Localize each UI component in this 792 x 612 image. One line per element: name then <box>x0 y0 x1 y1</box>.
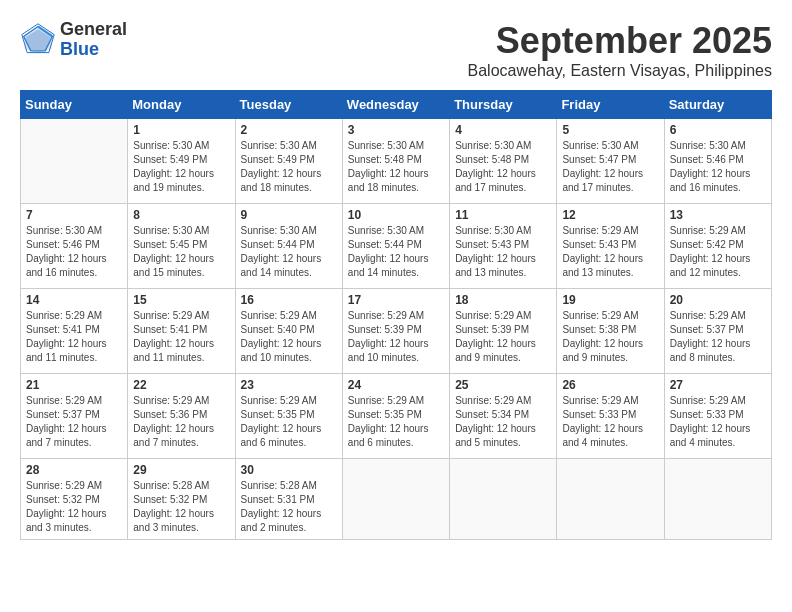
calendar-cell-w3d4: 25Sunrise: 5:29 AM Sunset: 5:34 PM Dayli… <box>450 374 557 459</box>
day-info: Sunrise: 5:29 AM Sunset: 5:32 PM Dayligh… <box>26 479 122 535</box>
calendar-cell-w0d1: 1Sunrise: 5:30 AM Sunset: 5:49 PM Daylig… <box>128 119 235 204</box>
logo-blue-text: Blue <box>60 40 127 60</box>
calendar-cell-w0d0 <box>21 119 128 204</box>
day-number: 8 <box>133 208 229 222</box>
day-info: Sunrise: 5:30 AM Sunset: 5:48 PM Dayligh… <box>455 139 551 195</box>
day-number: 13 <box>670 208 766 222</box>
day-number: 12 <box>562 208 658 222</box>
day-number: 7 <box>26 208 122 222</box>
column-header-sunday: Sunday <box>21 91 128 119</box>
calendar-cell-w2d1: 15Sunrise: 5:29 AM Sunset: 5:41 PM Dayli… <box>128 289 235 374</box>
day-info: Sunrise: 5:29 AM Sunset: 5:43 PM Dayligh… <box>562 224 658 280</box>
calendar-cell-w4d3 <box>342 459 449 540</box>
logo-icon <box>20 22 56 58</box>
month-title: September 2025 <box>468 20 772 62</box>
calendar-cell-w4d2: 30Sunrise: 5:28 AM Sunset: 5:31 PM Dayli… <box>235 459 342 540</box>
week-row-5: 28Sunrise: 5:29 AM Sunset: 5:32 PM Dayli… <box>21 459 772 540</box>
calendar-cell-w1d0: 7Sunrise: 5:30 AM Sunset: 5:46 PM Daylig… <box>21 204 128 289</box>
calendar-cell-w2d6: 20Sunrise: 5:29 AM Sunset: 5:37 PM Dayli… <box>664 289 771 374</box>
day-info: Sunrise: 5:29 AM Sunset: 5:33 PM Dayligh… <box>562 394 658 450</box>
day-info: Sunrise: 5:29 AM Sunset: 5:40 PM Dayligh… <box>241 309 337 365</box>
day-info: Sunrise: 5:28 AM Sunset: 5:32 PM Dayligh… <box>133 479 229 535</box>
day-number: 15 <box>133 293 229 307</box>
day-info: Sunrise: 5:30 AM Sunset: 5:44 PM Dayligh… <box>348 224 444 280</box>
calendar-cell-w2d5: 19Sunrise: 5:29 AM Sunset: 5:38 PM Dayli… <box>557 289 664 374</box>
day-info: Sunrise: 5:29 AM Sunset: 5:39 PM Dayligh… <box>348 309 444 365</box>
calendar-cell-w3d3: 24Sunrise: 5:29 AM Sunset: 5:35 PM Dayli… <box>342 374 449 459</box>
day-number: 20 <box>670 293 766 307</box>
day-number: 17 <box>348 293 444 307</box>
day-number: 5 <box>562 123 658 137</box>
day-number: 26 <box>562 378 658 392</box>
day-info: Sunrise: 5:29 AM Sunset: 5:39 PM Dayligh… <box>455 309 551 365</box>
day-number: 27 <box>670 378 766 392</box>
day-number: 2 <box>241 123 337 137</box>
logo-text: General Blue <box>60 20 127 60</box>
calendar-header-row: SundayMondayTuesdayWednesdayThursdayFrid… <box>21 91 772 119</box>
day-number: 6 <box>670 123 766 137</box>
calendar-cell-w3d2: 23Sunrise: 5:29 AM Sunset: 5:35 PM Dayli… <box>235 374 342 459</box>
calendar-cell-w4d1: 29Sunrise: 5:28 AM Sunset: 5:32 PM Dayli… <box>128 459 235 540</box>
day-info: Sunrise: 5:30 AM Sunset: 5:49 PM Dayligh… <box>241 139 337 195</box>
calendar-cell-w2d2: 16Sunrise: 5:29 AM Sunset: 5:40 PM Dayli… <box>235 289 342 374</box>
day-number: 1 <box>133 123 229 137</box>
calendar-cell-w3d1: 22Sunrise: 5:29 AM Sunset: 5:36 PM Dayli… <box>128 374 235 459</box>
calendar-cell-w0d5: 5Sunrise: 5:30 AM Sunset: 5:47 PM Daylig… <box>557 119 664 204</box>
calendar-cell-w4d5 <box>557 459 664 540</box>
day-info: Sunrise: 5:29 AM Sunset: 5:41 PM Dayligh… <box>133 309 229 365</box>
day-info: Sunrise: 5:30 AM Sunset: 5:49 PM Dayligh… <box>133 139 229 195</box>
calendar-cell-w2d4: 18Sunrise: 5:29 AM Sunset: 5:39 PM Dayli… <box>450 289 557 374</box>
calendar-cell-w1d6: 13Sunrise: 5:29 AM Sunset: 5:42 PM Dayli… <box>664 204 771 289</box>
column-header-wednesday: Wednesday <box>342 91 449 119</box>
calendar-cell-w2d3: 17Sunrise: 5:29 AM Sunset: 5:39 PM Dayli… <box>342 289 449 374</box>
day-number: 18 <box>455 293 551 307</box>
column-header-friday: Friday <box>557 91 664 119</box>
day-info: Sunrise: 5:30 AM Sunset: 5:46 PM Dayligh… <box>26 224 122 280</box>
day-number: 25 <box>455 378 551 392</box>
week-row-1: 1Sunrise: 5:30 AM Sunset: 5:49 PM Daylig… <box>21 119 772 204</box>
day-info: Sunrise: 5:29 AM Sunset: 5:36 PM Dayligh… <box>133 394 229 450</box>
calendar-cell-w1d5: 12Sunrise: 5:29 AM Sunset: 5:43 PM Dayli… <box>557 204 664 289</box>
day-number: 29 <box>133 463 229 477</box>
day-info: Sunrise: 5:29 AM Sunset: 5:37 PM Dayligh… <box>26 394 122 450</box>
column-header-tuesday: Tuesday <box>235 91 342 119</box>
week-row-4: 21Sunrise: 5:29 AM Sunset: 5:37 PM Dayli… <box>21 374 772 459</box>
day-number: 21 <box>26 378 122 392</box>
day-number: 3 <box>348 123 444 137</box>
logo: General Blue <box>20 20 127 60</box>
column-header-monday: Monday <box>128 91 235 119</box>
day-number: 11 <box>455 208 551 222</box>
calendar-cell-w1d1: 8Sunrise: 5:30 AM Sunset: 5:45 PM Daylig… <box>128 204 235 289</box>
calendar-cell-w1d2: 9Sunrise: 5:30 AM Sunset: 5:44 PM Daylig… <box>235 204 342 289</box>
day-number: 16 <box>241 293 337 307</box>
calendar-cell-w2d0: 14Sunrise: 5:29 AM Sunset: 5:41 PM Dayli… <box>21 289 128 374</box>
calendar-cell-w3d6: 27Sunrise: 5:29 AM Sunset: 5:33 PM Dayli… <box>664 374 771 459</box>
calendar-cell-w4d6 <box>664 459 771 540</box>
day-info: Sunrise: 5:29 AM Sunset: 5:37 PM Dayligh… <box>670 309 766 365</box>
day-info: Sunrise: 5:29 AM Sunset: 5:33 PM Dayligh… <box>670 394 766 450</box>
location-title: Balocawehay, Eastern Visayas, Philippine… <box>468 62 772 80</box>
title-section: September 2025 Balocawehay, Eastern Visa… <box>468 20 772 80</box>
day-number: 14 <box>26 293 122 307</box>
calendar-cell-w4d4 <box>450 459 557 540</box>
day-number: 19 <box>562 293 658 307</box>
day-number: 9 <box>241 208 337 222</box>
logo-general-text: General <box>60 20 127 40</box>
calendar-cell-w3d5: 26Sunrise: 5:29 AM Sunset: 5:33 PM Dayli… <box>557 374 664 459</box>
day-number: 23 <box>241 378 337 392</box>
day-info: Sunrise: 5:29 AM Sunset: 5:35 PM Dayligh… <box>241 394 337 450</box>
day-info: Sunrise: 5:29 AM Sunset: 5:35 PM Dayligh… <box>348 394 444 450</box>
day-info: Sunrise: 5:29 AM Sunset: 5:42 PM Dayligh… <box>670 224 766 280</box>
day-info: Sunrise: 5:29 AM Sunset: 5:41 PM Dayligh… <box>26 309 122 365</box>
column-header-thursday: Thursday <box>450 91 557 119</box>
column-header-saturday: Saturday <box>664 91 771 119</box>
week-row-2: 7Sunrise: 5:30 AM Sunset: 5:46 PM Daylig… <box>21 204 772 289</box>
day-info: Sunrise: 5:28 AM Sunset: 5:31 PM Dayligh… <box>241 479 337 535</box>
day-info: Sunrise: 5:30 AM Sunset: 5:48 PM Dayligh… <box>348 139 444 195</box>
calendar-table: SundayMondayTuesdayWednesdayThursdayFrid… <box>20 90 772 540</box>
day-info: Sunrise: 5:30 AM Sunset: 5:47 PM Dayligh… <box>562 139 658 195</box>
day-info: Sunrise: 5:30 AM Sunset: 5:44 PM Dayligh… <box>241 224 337 280</box>
page-header: General Blue September 2025 Balocawehay,… <box>20 20 772 80</box>
day-number: 30 <box>241 463 337 477</box>
day-number: 10 <box>348 208 444 222</box>
